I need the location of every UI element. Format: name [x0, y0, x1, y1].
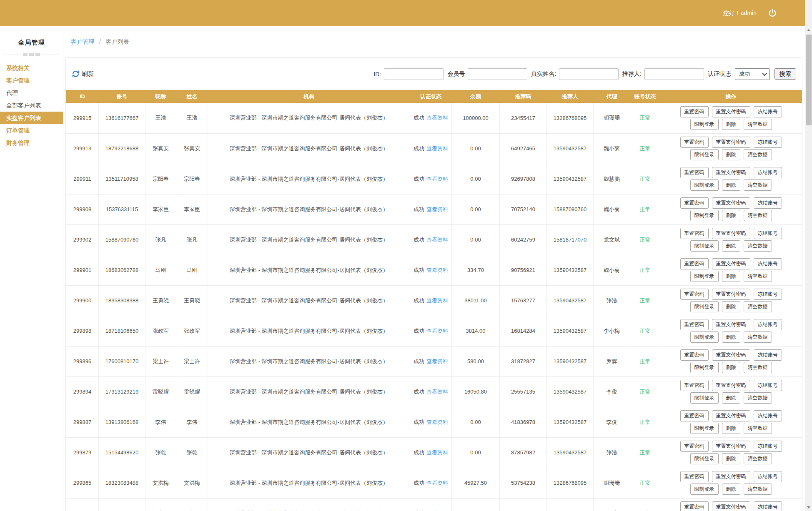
view-profile-link[interactable]: 查看资料 — [426, 328, 448, 334]
sidebar-item-实盘客户列表[interactable]: 实盘客户列表 — [0, 112, 63, 124]
action-button-删除[interactable]: 删除 — [722, 332, 740, 343]
view-profile-link[interactable]: 查看资料 — [426, 419, 448, 425]
action-button-清空数据[interactable]: 清空数据 — [744, 423, 772, 434]
sidebar-item-全部客户列表[interactable]: 全部客户列表 — [0, 99, 63, 112]
view-profile-link[interactable]: 查看资料 — [426, 206, 448, 212]
action-button-清空数据[interactable]: 清空数据 — [744, 119, 772, 130]
real-name-filter-input[interactable] — [559, 68, 619, 80]
action-button-删除[interactable]: 删除 — [722, 119, 740, 130]
action-button-重置支付密码[interactable]: 重置支付密码 — [712, 228, 750, 239]
action-button-限制登录[interactable]: 限制登录 — [690, 362, 719, 373]
auth-status-select[interactable]: 成功 — [735, 68, 770, 80]
action-button-限制登录[interactable]: 限制登录 — [690, 453, 719, 464]
view-profile-link[interactable]: 查看资料 — [426, 449, 448, 456]
scrollbar-thumb[interactable] — [806, 35, 812, 125]
scrollbar-up-arrow-icon[interactable] — [805, 27, 812, 34]
view-profile-link[interactable]: 查看资料 — [426, 145, 448, 152]
action-button-冻结账号[interactable]: 冻结账号 — [754, 501, 782, 511]
action-button-重置密码[interactable]: 重置密码 — [680, 289, 709, 300]
view-profile-link[interactable]: 查看资料 — [426, 267, 448, 273]
action-button-重置密码[interactable]: 重置密码 — [680, 258, 709, 269]
action-button-重置支付密码[interactable]: 重置支付密码 — [712, 349, 750, 361]
action-button-重置密码[interactable]: 重置密码 — [680, 349, 709, 361]
action-button-重置支付密码[interactable]: 重置支付密码 — [712, 441, 750, 452]
action-button-限制登录[interactable]: 限制登录 — [690, 423, 719, 434]
action-button-清空数据[interactable]: 清空数据 — [744, 484, 772, 495]
action-button-重置支付密码[interactable]: 重置支付密码 — [712, 410, 750, 421]
action-button-删除[interactable]: 删除 — [722, 392, 740, 404]
action-button-限制登录[interactable]: 限制登录 — [690, 332, 719, 343]
action-button-重置支付密码[interactable]: 重置支付密码 — [712, 137, 750, 148]
view-profile-link[interactable]: 查看资料 — [426, 480, 448, 486]
action-button-重置支付密码[interactable]: 重置支付密码 — [712, 258, 750, 269]
action-button-清空数据[interactable]: 清空数据 — [744, 149, 772, 160]
action-button-删除[interactable]: 删除 — [722, 362, 740, 373]
action-button-重置密码[interactable]: 重置密码 — [680, 228, 709, 239]
sidebar-item-客户管理[interactable]: 客户管理 — [0, 74, 63, 87]
action-button-重置密码[interactable]: 重置密码 — [680, 501, 709, 511]
action-button-冻结账号[interactable]: 冻结账号 — [754, 319, 782, 330]
action-button-重置支付密码[interactable]: 重置支付密码 — [712, 501, 750, 511]
view-profile-link[interactable]: 查看资料 — [426, 176, 448, 182]
action-button-清空数据[interactable]: 清空数据 — [744, 392, 772, 404]
action-button-清空数据[interactable]: 清空数据 — [744, 362, 772, 373]
action-button-重置密码[interactable]: 重置密码 — [680, 319, 709, 330]
action-button-重置密码[interactable]: 重置密码 — [680, 106, 709, 117]
action-button-限制登录[interactable]: 限制登录 — [690, 240, 719, 252]
view-profile-link[interactable]: 查看资料 — [426, 297, 448, 304]
action-button-清空数据[interactable]: 清空数据 — [744, 332, 772, 343]
action-button-清空数据[interactable]: 清空数据 — [744, 179, 772, 191]
action-button-重置支付密码[interactable]: 重置支付密码 — [712, 289, 750, 300]
action-button-删除[interactable]: 删除 — [722, 301, 740, 312]
action-button-重置支付密码[interactable]: 重置支付密码 — [712, 106, 750, 117]
action-button-重置密码[interactable]: 重置密码 — [680, 137, 709, 148]
action-button-冻结账号[interactable]: 冻结账号 — [754, 380, 782, 391]
action-button-冻结账号[interactable]: 冻结账号 — [754, 167, 782, 178]
refresh-button[interactable]: 刷新 — [72, 70, 94, 78]
id-filter-input[interactable] — [384, 68, 444, 80]
action-button-重置密码[interactable]: 重置密码 — [680, 197, 709, 209]
view-profile-link[interactable]: 查看资料 — [426, 389, 448, 395]
search-button[interactable]: 搜索 — [774, 68, 796, 80]
action-button-清空数据[interactable]: 清空数据 — [744, 210, 772, 221]
action-button-冻结账号[interactable]: 冻结账号 — [754, 289, 782, 300]
action-button-限制登录[interactable]: 限制登录 — [690, 210, 719, 221]
action-button-重置支付密码[interactable]: 重置支付密码 — [712, 167, 750, 178]
action-button-重置密码[interactable]: 重置密码 — [680, 471, 709, 482]
action-button-冻结账号[interactable]: 冻结账号 — [754, 197, 782, 209]
action-button-删除[interactable]: 删除 — [722, 240, 740, 252]
action-button-删除[interactable]: 删除 — [722, 210, 740, 221]
sidebar-item-系统相关[interactable]: 系统相关 — [0, 62, 63, 74]
action-button-重置支付密码[interactable]: 重置支付密码 — [712, 380, 750, 391]
action-button-重置支付密码[interactable]: 重置支付密码 — [712, 319, 750, 330]
view-profile-link[interactable]: 查看资料 — [426, 115, 448, 121]
action-button-删除[interactable]: 删除 — [722, 453, 740, 464]
action-button-冻结账号[interactable]: 冻结账号 — [754, 471, 782, 482]
action-button-删除[interactable]: 删除 — [722, 484, 740, 495]
action-button-重置密码[interactable]: 重置密码 — [680, 380, 709, 391]
action-button-清空数据[interactable]: 清空数据 — [744, 271, 772, 282]
view-profile-link[interactable]: 查看资料 — [426, 358, 448, 364]
view-profile-link[interactable]: 查看资料 — [426, 237, 448, 243]
action-button-删除[interactable]: 删除 — [722, 149, 740, 160]
action-button-冻结账号[interactable]: 冻结账号 — [754, 228, 782, 239]
member-no-filter-input[interactable] — [468, 68, 527, 80]
sidebar-item-订单管理[interactable]: 订单管理 — [0, 124, 63, 137]
action-button-删除[interactable]: 删除 — [722, 423, 740, 434]
action-button-限制登录[interactable]: 限制登录 — [690, 119, 719, 130]
action-button-限制登录[interactable]: 限制登录 — [690, 271, 719, 282]
scrollbar-down-arrow-icon[interactable] — [805, 504, 812, 511]
action-button-重置支付密码[interactable]: 重置支付密码 — [712, 471, 750, 482]
action-button-冻结账号[interactable]: 冻结账号 — [754, 137, 782, 148]
action-button-清空数据[interactable]: 清空数据 — [744, 301, 772, 312]
logout-power-icon[interactable] — [767, 8, 777, 18]
action-button-限制登录[interactable]: 限制登录 — [690, 392, 719, 404]
action-button-限制登录[interactable]: 限制登录 — [690, 179, 719, 191]
action-button-清空数据[interactable]: 清空数据 — [744, 453, 772, 464]
action-button-重置密码[interactable]: 重置密码 — [680, 410, 709, 421]
vertical-scrollbar[interactable] — [805, 0, 812, 511]
action-button-冻结账号[interactable]: 冻结账号 — [754, 441, 782, 452]
sidebar-item-代理[interactable]: 代理 — [0, 87, 63, 99]
action-button-清空数据[interactable]: 清空数据 — [744, 240, 772, 252]
action-button-限制登录[interactable]: 限制登录 — [690, 484, 719, 495]
